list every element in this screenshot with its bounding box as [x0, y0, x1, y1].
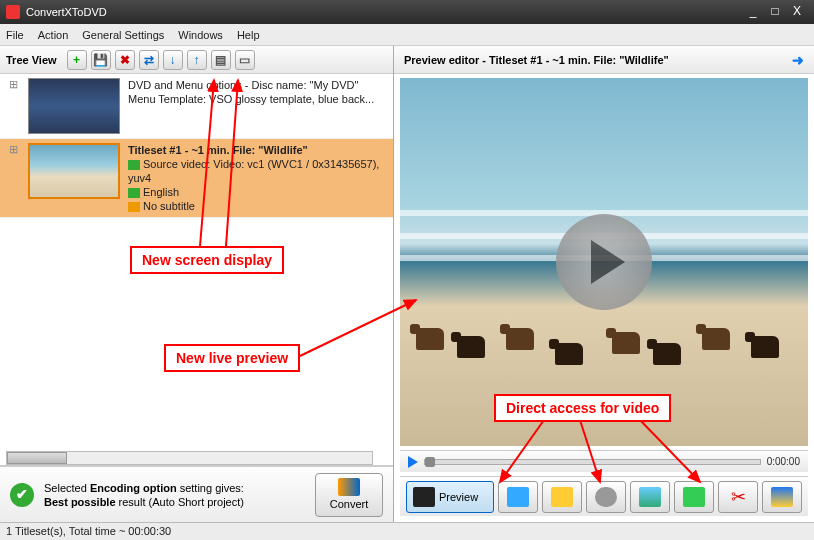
tab-chapters[interactable] — [586, 481, 626, 513]
menu-line2: Menu Template: VSO glossy template, blue… — [128, 92, 387, 106]
tab-output[interactable] — [762, 481, 802, 513]
maximize-button[interactable]: □ — [764, 4, 786, 20]
convert-button[interactable]: Convert — [315, 473, 383, 517]
left-panel: Tree View + 💾 ✖ ⇄ ↓ ↑ ▤ ▭ ⊞ DVD and Menu… — [0, 46, 394, 522]
titleset-row[interactable]: ⊞ Titleset #1 - ~1 min. File: "Wildlife"… — [0, 139, 393, 218]
subtitle-icon — [551, 487, 573, 507]
add-button[interactable]: + — [67, 50, 87, 70]
music-note-icon — [507, 487, 529, 507]
tree-view[interactable]: ⊞ DVD and Menu options - Disc name: "My … — [0, 74, 393, 466]
preview-title: Preview editor - Titleset #1 - ~1 min. F… — [404, 54, 669, 66]
tab-preview[interactable]: Preview — [406, 481, 494, 513]
titleset-thumbnail — [28, 143, 120, 199]
convert-label: Convert — [316, 498, 382, 510]
menu-line1: DVD and Menu options - Disc name: "My DV… — [128, 78, 387, 92]
quality-text: Selected Encoding option setting gives: … — [44, 481, 305, 509]
horizontal-scrollbar[interactable] — [6, 451, 373, 465]
play-button[interactable] — [408, 456, 418, 468]
titleset-audio: English — [128, 185, 387, 199]
menu-file[interactable]: File — [6, 29, 24, 41]
tab-audio[interactable] — [498, 481, 538, 513]
view-mode-1-button[interactable]: ▤ — [211, 50, 231, 70]
titlebar: ConvertXToDVD _ □ X — [0, 0, 814, 24]
titleset-subtitle: No subtitle — [128, 199, 387, 213]
image-icon — [639, 487, 661, 507]
tree-view-label: Tree View — [6, 54, 57, 66]
time-display: 0:00:00 — [767, 456, 800, 467]
menu-windows[interactable]: Windows — [178, 29, 223, 41]
scissors-icon: ✂ — [731, 486, 746, 508]
menu-general-settings[interactable]: General Settings — [82, 29, 164, 41]
remove-button[interactable]: ✖ — [115, 50, 135, 70]
subtitle-icon — [128, 202, 140, 212]
editor-tabs: Preview ✂ — [400, 476, 808, 516]
seek-slider[interactable] — [424, 459, 761, 465]
quality-icon: ✔ — [10, 483, 34, 507]
tab-cut[interactable]: ✂ — [718, 481, 758, 513]
preview-header: Preview editor - Titleset #1 - ~1 min. F… — [394, 46, 814, 74]
tab-image[interactable] — [630, 481, 670, 513]
menu-row[interactable]: ⊞ DVD and Menu options - Disc name: "My … — [0, 74, 393, 139]
titleset-header: Titleset #1 - ~1 min. File: "Wildlife" — [128, 143, 387, 157]
merge-button[interactable]: ⇄ — [139, 50, 159, 70]
transport-bar: 0:00:00 — [400, 450, 808, 472]
clock-icon — [595, 487, 617, 507]
move-up-button[interactable]: ↑ — [187, 50, 207, 70]
film-icon — [413, 487, 435, 507]
close-button[interactable]: X — [786, 4, 808, 20]
tab-subtitles[interactable] — [542, 481, 582, 513]
app-icon — [6, 5, 20, 19]
tab-preview-label: Preview — [439, 491, 478, 503]
output-icon — [771, 487, 793, 507]
scrollbar-thumb[interactable] — [7, 452, 67, 464]
preview-viewport — [400, 78, 808, 446]
menu-action[interactable]: Action — [38, 29, 69, 41]
titleset-row-text: Titleset #1 - ~1 min. File: "Wildlife" S… — [128, 143, 387, 213]
status-bar: 1 Titleset(s), Total time ~ 00:00:30 — [0, 522, 814, 540]
next-arrow-icon[interactable]: ➜ — [792, 52, 804, 68]
save-button[interactable]: 💾 — [91, 50, 111, 70]
expand-icon[interactable]: ⊞ — [6, 143, 20, 213]
menu-help[interactable]: Help — [237, 29, 260, 41]
play-overlay-button[interactable] — [556, 214, 652, 310]
window-title: ConvertXToDVD — [26, 6, 107, 18]
quality-bar: ✔ Selected Encoding option setting gives… — [0, 466, 393, 522]
video-icon — [128, 160, 140, 170]
view-mode-2-button[interactable]: ▭ — [235, 50, 255, 70]
menu-thumbnail — [28, 78, 120, 134]
status-text: 1 Titleset(s), Total time ~ 00:00:30 — [6, 525, 171, 537]
audio-icon — [128, 188, 140, 198]
move-down-button[interactable]: ↓ — [163, 50, 183, 70]
convert-icon — [338, 478, 360, 496]
right-panel: Preview editor - Titleset #1 - ~1 min. F… — [394, 46, 814, 522]
menubar: File Action General Settings Windows Hel… — [0, 24, 814, 46]
titleset-source: Source video: Video: vc1 (WVC1 / 0x31435… — [128, 157, 387, 185]
tree-toolbar: Tree View + 💾 ✖ ⇄ ↓ ↑ ▤ ▭ — [0, 46, 393, 74]
tab-trim[interactable] — [674, 481, 714, 513]
menu-row-text: DVD and Menu options - Disc name: "My DV… — [128, 78, 387, 134]
seek-handle[interactable] — [425, 457, 435, 467]
minimize-button[interactable]: _ — [742, 4, 764, 20]
trim-icon — [683, 487, 705, 507]
expand-icon[interactable]: ⊞ — [6, 78, 20, 134]
